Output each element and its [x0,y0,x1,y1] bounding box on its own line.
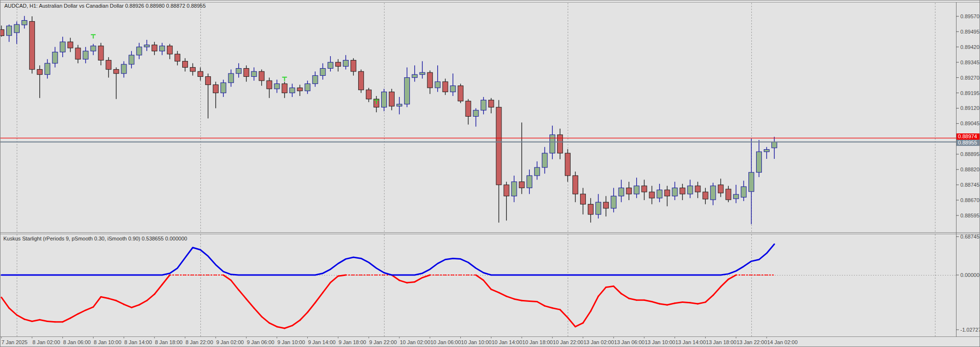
indicator-red-line [545,306,552,308]
time-tick-label: 10 Jan 10:00 [461,339,492,345]
indicator-red-line [644,300,652,301]
candle-body [152,45,157,51]
candle-body [68,42,73,48]
candle-body [764,149,770,152]
indicator-red-line [277,327,285,328]
time-tick-label: 13 Jan 14:00 [675,339,706,345]
indicator-red-line [47,322,55,322]
candle-body [734,194,739,199]
time-tick-label: 8 Jan 18:00 [155,339,183,345]
indicator-red-line [399,280,407,283]
time-tick-label: 9 Jan 18:00 [338,339,366,345]
indicator-red-line [139,300,147,305]
candle-body [160,46,165,51]
indicator-red-line [660,304,667,305]
price-axis[interactable]: 0.88974 0.88955 0.895700.894950.894200.8… [956,0,980,337]
indicator-red-line [17,315,24,319]
candle-body [267,81,272,89]
chart-canvas[interactable] [0,0,980,347]
price-tick-label: 0.89570 [960,13,980,19]
indicator-red-line [667,303,675,305]
candle-body [672,188,677,196]
indicator-red-line [568,318,575,327]
candle-body [695,186,700,192]
indicator-red-line [721,279,728,287]
trade-marker-icon [284,78,285,81]
time-tick-label: 10 Jan 14:00 [491,339,522,345]
price-tick-label: 0.89195 [960,90,980,96]
candle-body [14,24,19,33]
candle-body [512,182,517,196]
indicator-red-line [675,302,682,303]
indicator-red-line [63,318,70,322]
price-tick-label: 0.89495 [960,29,980,35]
candle-body [489,100,494,107]
indicator-red-line [116,300,124,304]
candle-body [580,194,585,204]
indicator-red-line [162,275,170,285]
candle-body [657,190,662,198]
indicator-red-line [307,303,315,312]
candle-body [221,83,226,93]
candle-body [573,176,578,194]
time-axis[interactable]: 7 Jan 20258 Jan 02:008 Jan 06:008 Jan 10… [0,337,980,347]
indicator-red-line [560,310,568,318]
indicator-red-line [698,302,705,304]
candle-body [313,75,318,84]
indicator-red-line [9,308,17,315]
candle-body [565,153,571,176]
candle-body [626,188,631,194]
candle-body [711,186,716,200]
indicator-red-line [108,299,116,300]
indicator-red-line [300,312,307,321]
indicator-red-line [491,289,499,293]
candle-body [45,63,50,74]
indicator-red-line [262,317,269,323]
candle-body [450,86,455,92]
indicator-red-line [705,295,713,302]
price-tick-label: 0.89045 [960,120,980,126]
indicator-red-line [93,297,101,307]
indicator-red-line [552,308,560,310]
indicator-red-line [24,319,32,321]
candle-body [397,104,402,106]
candle-body [611,196,616,208]
indicator-red-line [32,320,40,321]
candle-body [496,107,502,185]
candle-body [60,42,65,52]
candle-body [389,92,394,106]
candle-body [703,192,708,199]
indicator-red-line [154,285,162,294]
candle-body [504,185,509,196]
indicator-red-line [246,299,254,308]
price-tick-label: 0.88595 [960,213,980,218]
candle-body [542,153,548,168]
indicator-red-line [239,290,246,299]
time-tick-label: 8 Jan 14:00 [124,339,152,345]
candle-body [382,92,387,107]
indicator-tick-label: -1.027276 [960,327,980,333]
time-tick-label: 8 Jan 22:00 [186,339,213,345]
indicator-red-line [124,304,131,308]
price-tick-label: 0.89120 [960,105,980,111]
indicator-red-line [78,310,86,314]
candle-body [618,188,624,196]
trade-marker-icon [374,99,379,100]
indicator-red-line [330,276,338,282]
indicator-red-line [575,323,583,327]
candle-body [98,46,104,60]
indicator-red-line [40,320,47,321]
indicator-red-line [598,287,606,297]
candle-body [198,72,203,77]
indicator-red-line [323,283,330,293]
candle-body [427,72,432,88]
indicator-red-line [583,311,591,323]
candle-body [680,188,685,194]
candle-body [535,168,540,176]
candle-body [420,72,425,74]
indicator-red-line [223,275,231,280]
candle-body [137,47,142,55]
trade-marker-icon [282,77,287,78]
time-tick-label: 13 Jan 18:00 [706,339,736,345]
candle-body [757,152,762,172]
